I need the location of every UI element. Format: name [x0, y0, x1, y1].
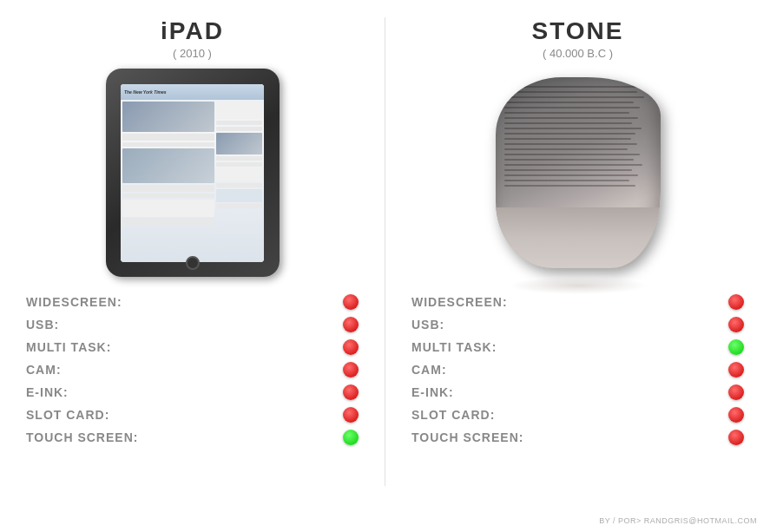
stone-feature-indicator: [728, 430, 744, 445]
stone-feature-label: CAM:: [411, 363, 720, 377]
ipad-feature-row: MULTI TASK:: [26, 339, 359, 355]
ipad-feature-label: SLOT CARD:: [26, 408, 334, 422]
ipad-feature-indicator: [343, 384, 359, 400]
stone-feature-label: SLOT CARD:: [411, 408, 720, 422]
ipad-feature-label: MULTI TASK:: [26, 340, 334, 354]
footer-credit: BY / POR> RANDGRIS@HOTMAIL.COM: [599, 516, 757, 525]
ipad-column: iPAD ( 2010 ) The New York Times: [0, 0, 385, 503]
stone-column: STONE ( 40.000 B.C ): [385, 0, 770, 503]
stone-year: ( 40.000 B.C ): [543, 47, 613, 60]
ipad-features: WIDESCREEN:USB:MULTI TASK:CAM:E-INK:SLOT…: [0, 294, 385, 452]
ipad-image-container: The New York Times: [89, 69, 297, 277]
stone-feature-indicator: [728, 407, 744, 423]
stone-feature-label: MULTI TASK:: [411, 340, 720, 354]
stone-device-illustration: [491, 69, 665, 277]
ipad-feature-label: CAM:: [26, 363, 334, 377]
stone-feature-row: MULTI TASK:: [411, 339, 744, 355]
stone-image-container: [474, 69, 682, 277]
stone-title: STONE: [532, 17, 624, 45]
stone-feature-indicator: [728, 384, 744, 400]
stone-feature-row: TOUCH SCREEN:: [411, 430, 744, 445]
ipad-device-illustration: The New York Times: [106, 69, 280, 277]
stone-feature-label: USB:: [411, 318, 720, 332]
stone-feature-row: USB:: [411, 317, 744, 332]
ipad-feature-indicator: [343, 362, 359, 378]
ipad-feature-label: E-INK:: [26, 385, 334, 399]
stone-feature-indicator: [728, 317, 744, 332]
ipad-feature-indicator: [343, 407, 359, 423]
ipad-feature-indicator: [343, 317, 359, 332]
ipad-feature-indicator: [343, 294, 359, 310]
stone-feature-indicator: [728, 362, 744, 378]
stone-feature-row: E-INK:: [411, 384, 744, 400]
stone-feature-label: WIDESCREEN:: [411, 295, 720, 309]
ipad-title: iPAD: [161, 17, 224, 45]
ipad-feature-row: TOUCH SCREEN:: [26, 430, 359, 445]
stone-feature-indicator: [728, 294, 744, 310]
ipad-feature-indicator: [343, 339, 359, 355]
stone-feature-row: WIDESCREEN:: [411, 294, 744, 310]
stone-feature-label: E-INK:: [411, 385, 720, 399]
stone-feature-indicator: [728, 339, 744, 355]
ipad-feature-row: E-INK:: [26, 384, 359, 400]
stone-feature-row: SLOT CARD:: [411, 407, 744, 423]
stone-feature-label: TOUCH SCREEN:: [411, 430, 720, 444]
ipad-feature-label: USB:: [26, 318, 334, 332]
ipad-year: ( 2010 ): [173, 47, 212, 60]
ipad-feature-row: SLOT CARD:: [26, 407, 359, 423]
stone-feature-row: CAM:: [411, 362, 744, 378]
ipad-feature-label: WIDESCREEN:: [26, 295, 334, 309]
ipad-feature-label: TOUCH SCREEN:: [26, 430, 334, 444]
ipad-feature-row: USB:: [26, 317, 359, 332]
ipad-feature-row: WIDESCREEN:: [26, 294, 359, 310]
ipad-feature-row: CAM:: [26, 362, 359, 378]
ipad-feature-indicator: [343, 430, 359, 445]
stone-features: WIDESCREEN:USB:MULTI TASK:CAM:E-INK:SLOT…: [385, 294, 770, 452]
